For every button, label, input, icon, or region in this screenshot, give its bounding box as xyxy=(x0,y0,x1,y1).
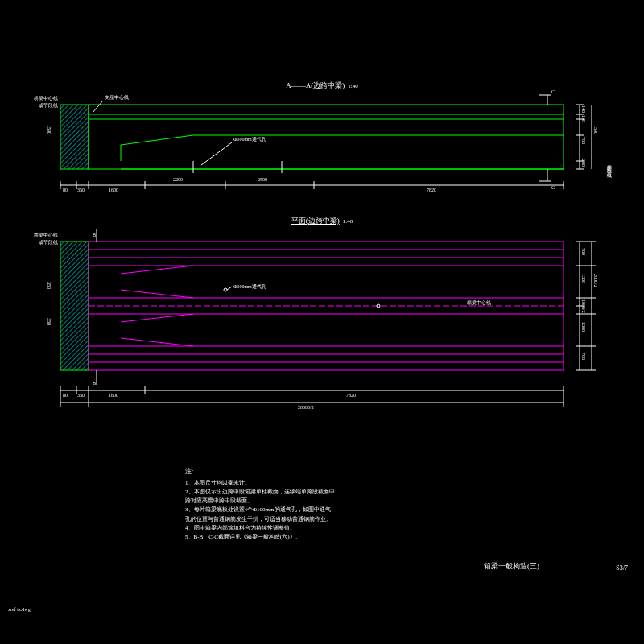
plan-title: 平面(边跨中梁)1:40 xyxy=(0,216,644,226)
dim-p-r4: 1300 xyxy=(581,322,586,332)
plan-dims-bottom xyxy=(60,386,564,407)
svg-line-60 xyxy=(227,287,232,290)
right-vert-label: 桥面板中心线 xyxy=(605,161,613,171)
svg-rect-27 xyxy=(60,242,89,370)
svg-line-58 xyxy=(93,101,103,113)
note-1: 1、本图尺寸均以毫米计。 xyxy=(185,479,335,488)
dim-p-b4: 20000/2 xyxy=(298,405,314,410)
dim-p-r3: 2000/2 xyxy=(593,274,598,287)
support-center-label: 支座中心线 xyxy=(105,94,129,100)
vent-pipe-label-a: Φ100mm通气孔 xyxy=(233,137,266,142)
dim-p-r0: 700 xyxy=(581,248,586,255)
plan-label: 平面(边跨中梁) xyxy=(291,217,340,225)
dim-a-b1: 350 xyxy=(77,188,85,192)
note-3b: 孔的位置与普通钢筋发生干扰，可适当移动普通钢筋作业。 xyxy=(185,515,335,524)
dim-p-b1: 350 xyxy=(77,393,85,398)
dim-p-b0: 80 xyxy=(63,393,68,398)
svg-rect-2 xyxy=(60,105,89,169)
dim-a-r4: 1590 xyxy=(593,125,598,134)
dim-p-l0: 350 xyxy=(47,282,52,289)
dim-p-r2: 1000/2 xyxy=(581,299,586,313)
dim-a-b5: 7820 xyxy=(427,188,436,192)
dim-a-r1: 140 xyxy=(581,115,586,122)
dim-p-l1: 350 xyxy=(47,318,52,325)
dim-p-b3: 7820 xyxy=(346,393,356,398)
dim-p-r1: 1300 xyxy=(581,274,586,283)
note-5: 5、B-B、C-C截面详见《箱梁一般构造(六)》。 xyxy=(185,533,335,542)
svg-line-59 xyxy=(201,142,232,165)
drawing-title: 箱梁一般构造(三) xyxy=(484,561,539,572)
sheet-number: S3/7 xyxy=(616,564,628,572)
dim-a-b4: 2500 xyxy=(258,177,267,182)
section-b-bot: B xyxy=(93,381,96,386)
axis-label-p: 桥梁中心线 或节段线 xyxy=(34,232,58,246)
notes-block: 注: 1、本图尺寸均以毫米计。 2、本图仅示出边跨中段箱梁单柱截面，连续端单跨段… xyxy=(185,467,335,542)
xref-label: xref tk.dwg xyxy=(8,607,31,612)
dim-a-r0: 140 xyxy=(581,105,586,113)
dim-p-b2: 1600 xyxy=(109,393,118,398)
dim-a-b2: 1600 xyxy=(109,188,118,192)
beam-center-label: 箱梁中心线 xyxy=(467,299,491,305)
notes-header: 注: xyxy=(185,467,335,477)
section-c-top: C xyxy=(551,89,555,94)
note-3: 3、每片箱梁底板处设置4个Φ100mm的通气孔，如图中通气 xyxy=(185,506,335,514)
plan-view xyxy=(60,229,564,385)
svg-point-38 xyxy=(224,288,227,291)
section-a-elevation xyxy=(60,95,564,181)
labels: 支座中心线 Φ100mm通气孔 C C Φ100mm通气孔 箱梁中心线 B B xyxy=(93,89,555,386)
axis-label-a: 桥梁中心线 或节段线 xyxy=(34,95,58,109)
vent-pipe-label-plan: Φ100mm通气孔 xyxy=(233,284,266,289)
drawing-canvas: 支座中心线 Φ100mm通气孔 C C Φ100mm通气孔 箱梁中心线 B B xyxy=(0,0,644,644)
section-b-top: B xyxy=(93,233,96,237)
note-2b: 跨对应高度中跨中段截面。 xyxy=(185,497,335,506)
plan-scale: 1:40 xyxy=(343,218,353,225)
note-2: 2、本图仅示出边跨中段箱梁单柱截面，连续端单跨段截面中 xyxy=(185,488,335,497)
dim-a-l0: 1590 xyxy=(47,125,52,134)
dim-a-r3: 200 xyxy=(581,159,586,167)
note-4: 4、图中箱梁内部涂填料合为持续性调整值。 xyxy=(185,524,335,533)
dim-a-r2: 700 xyxy=(581,137,586,144)
dim-a-b0: 80 xyxy=(63,188,68,192)
dim-a-b3: 2200 xyxy=(173,177,183,182)
section-c-bot: C xyxy=(551,185,555,190)
dim-p-r5: 700 xyxy=(581,353,586,360)
section-a-dims-bottom xyxy=(60,181,564,189)
